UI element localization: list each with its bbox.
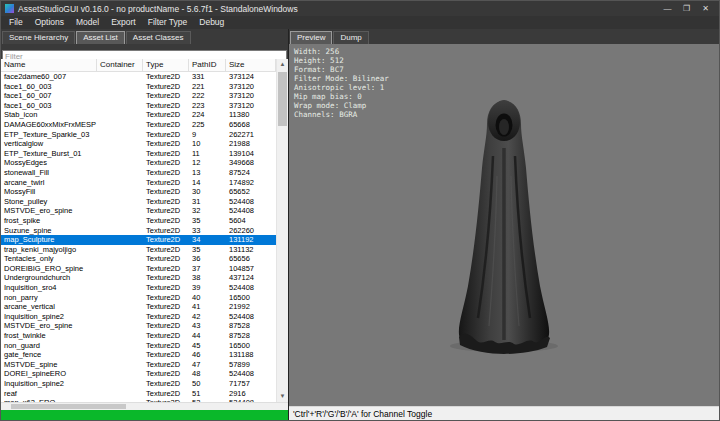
cell-name: arcane_vertical (1, 302, 97, 312)
menu-bar: FileOptionsModelExportFilter TypeDebug (1, 16, 719, 29)
table-row[interactable]: Tentacles_onlyTexture2D3665656 (1, 254, 276, 264)
cell-size: 524408 (226, 312, 276, 322)
table-row[interactable]: reafTexture2D512916 (1, 389, 276, 399)
table-row[interactable]: face2dame60_007Texture2D331373124 (1, 72, 276, 82)
cell-type: Texture2D (143, 216, 189, 226)
cell-container (97, 91, 143, 101)
table-row[interactable]: map_SculptureTexture2D34131192 (1, 235, 276, 245)
cell-name: face1_60_003 (1, 101, 97, 111)
column-header-container[interactable]: Container (97, 59, 143, 71)
table-row[interactable]: face1_60_007Texture2D222373120 (1, 91, 276, 101)
progress-fill (1, 410, 288, 420)
scroll-down-icon[interactable]: ▼ (277, 391, 288, 402)
table-row[interactable]: MSTVDE_ero_spineTexture2D32524408 (1, 206, 276, 216)
minimize-button[interactable]: — (658, 2, 677, 16)
column-header-size[interactable]: Size (226, 59, 276, 71)
cell-size: 71757 (226, 379, 276, 389)
table-row[interactable]: Stone_pulleyTexture2D31524408 (1, 197, 276, 207)
vertical-scrollbar[interactable]: ▲ ▼ (276, 59, 288, 402)
table-row[interactable]: non_guardTexture2D4516500 (1, 341, 276, 351)
table-row[interactable]: DOREI_spineEROTexture2D48524408 (1, 369, 276, 379)
cell-container (97, 187, 143, 197)
menu-debug[interactable]: Debug (193, 16, 230, 29)
cell-type: Texture2D (143, 331, 189, 341)
cell-name: Stab_icon (1, 110, 97, 120)
table-row[interactable]: frost_spikeTexture2D355604 (1, 216, 276, 226)
table-row[interactable]: non_parryTexture2D4016500 (1, 293, 276, 303)
menu-model[interactable]: Model (70, 16, 105, 29)
cell-pathid: 36 (189, 254, 226, 264)
cell-pathid: 37 (189, 264, 226, 274)
table-row[interactable]: face1_60_003Texture2D221373120 (1, 82, 276, 92)
cell-pathid: 35 (189, 216, 226, 226)
table-row[interactable]: Suzune_spineTexture2D33262260 (1, 226, 276, 236)
table-row[interactable]: DOREIBIG_ERO_spineTexture2D37104857 (1, 264, 276, 274)
cell-name: frost_twinkle (1, 331, 97, 341)
cell-size: 21992 (226, 302, 276, 312)
cell-name: non_guard (1, 341, 97, 351)
horizontal-scroll-thumb[interactable] (11, 404, 126, 409)
table-row[interactable]: trap_kenki_majyoljigoTexture2D35131132 (1, 245, 276, 255)
table-row[interactable]: face1_60_003Texture2D223373120 (1, 101, 276, 111)
cell-type: Texture2D (143, 168, 189, 178)
table-row[interactable]: frost_twinkleTexture2D4487528 (1, 331, 276, 341)
cell-pathid: 35 (189, 245, 226, 255)
table-row[interactable]: MossyEdgesTexture2D12349668 (1, 158, 276, 168)
tab-scene-hierarchy[interactable]: Scene Hierarchy (2, 31, 75, 44)
tab-asset-list[interactable]: Asset List (76, 31, 125, 44)
table-row[interactable]: ETP_Texture_Burst_01Texture2D11139104 (1, 149, 276, 159)
column-header-type[interactable]: Type (143, 59, 189, 71)
maximize-button[interactable]: ❐ (677, 2, 696, 16)
cell-pathid: 223 (189, 101, 226, 111)
cell-name: Inquisition_spine2 (1, 379, 97, 389)
menu-file[interactable]: File (3, 16, 29, 29)
close-button[interactable]: ✕ (696, 2, 715, 16)
table-row[interactable]: arcane_verticalTexture2D4121992 (1, 302, 276, 312)
cell-container (97, 130, 143, 140)
horizontal-scrollbar[interactable] (1, 402, 288, 410)
preview-info-line: Height: 512 (294, 56, 389, 65)
table-row[interactable]: DAMAGE60xxMixFrxMESP AtlasTexture2D22565… (1, 120, 276, 130)
progress-bar (1, 410, 288, 420)
tab-dump[interactable]: Dump (333, 31, 368, 44)
tab-asset-classes[interactable]: Asset Classes (126, 31, 191, 44)
table-row[interactable]: ETP_Texture_Sparkle_03Texture2D9262271 (1, 130, 276, 140)
scroll-up-icon[interactable]: ▲ (277, 59, 288, 70)
cell-size: 437124 (226, 273, 276, 283)
table-row[interactable]: MossyFillTexture2D3065652 (1, 187, 276, 197)
table-row[interactable]: Stab_iconTexture2D22411380 (1, 110, 276, 120)
column-header-pathid[interactable]: PathID (189, 59, 226, 71)
table-row[interactable]: verticalglowTexture2D1021988 (1, 139, 276, 149)
table-row[interactable]: MSTVDE_spineTexture2D4757899 (1, 360, 276, 370)
cell-pathid: 46 (189, 350, 226, 360)
cell-type: Texture2D (143, 149, 189, 159)
right-panel: PreviewDump Width: 256Height: 512Format:… (289, 29, 719, 420)
cell-name: face1_60_003 (1, 82, 97, 92)
table-row[interactable]: Inquisition_spine2Texture2D5071757 (1, 379, 276, 389)
menu-filter-type[interactable]: Filter Type (142, 16, 194, 29)
cell-name: MossyFill (1, 187, 97, 197)
cell-pathid: 30 (189, 187, 226, 197)
table-row[interactable]: stonewall_FillTexture2D1387524 (1, 168, 276, 178)
cell-pathid: 32 (189, 206, 226, 216)
cell-type: Texture2D (143, 283, 189, 293)
app-window: AssetStudioGUI v0.16.0 - no productName … (0, 0, 720, 421)
table-row[interactable]: UndergroundchurchTexture2D38437124 (1, 273, 276, 283)
table-row[interactable]: Inquisition_spine2Texture2D42524408 (1, 312, 276, 322)
vertical-scroll-thumb[interactable] (278, 72, 287, 126)
table-row[interactable]: arcane_twirlTexture2D14174892 (1, 178, 276, 188)
tab-preview[interactable]: Preview (290, 31, 332, 44)
cell-name: Inquisition_spine2 (1, 312, 97, 322)
cell-container (97, 273, 143, 283)
cell-type: Texture2D (143, 341, 189, 351)
table-row[interactable]: MSTVDE_ero_spineTexture2D4387528 (1, 321, 276, 331)
cell-pathid: 40 (189, 293, 226, 303)
cell-container (97, 101, 143, 111)
column-header-name[interactable]: Name (1, 59, 97, 71)
menu-options[interactable]: Options (29, 16, 70, 29)
table-row[interactable]: gate_fenceTexture2D46131188 (1, 350, 276, 360)
table-row[interactable]: Inquisition_sro4Texture2D39524408 (1, 283, 276, 293)
menu-export[interactable]: Export (105, 16, 142, 29)
cell-size: 131188 (226, 350, 276, 360)
cell-size: 373124 (226, 72, 276, 82)
